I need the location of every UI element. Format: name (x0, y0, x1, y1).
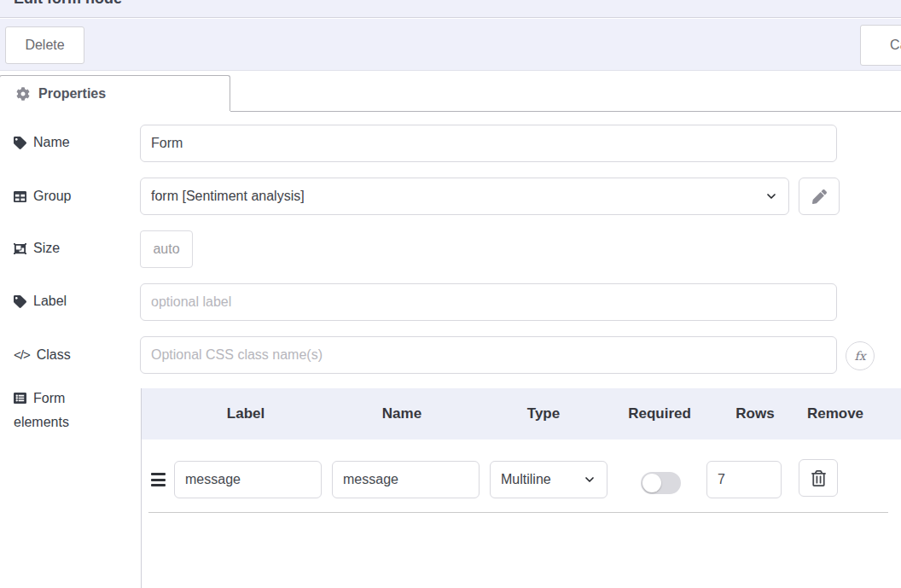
column-header-remove: Remove (807, 405, 863, 422)
pencil-icon (812, 189, 827, 204)
element-name-input[interactable] (332, 461, 480, 498)
delete-button[interactable]: Delete (5, 26, 84, 64)
label-field-label-text: Label (33, 293, 67, 310)
dialog-title: Edit form node (14, 0, 122, 8)
fx-button[interactable]: fx (846, 341, 875, 370)
drag-handle-icon[interactable] (151, 473, 166, 486)
tab-properties[interactable]: Properties (0, 75, 230, 111)
form-elements-label: Form elements (14, 387, 102, 434)
group-select[interactable]: form [Sentiment analysis] (140, 178, 789, 215)
size-field-label-text: Size (33, 240, 60, 257)
gear-icon (16, 87, 30, 101)
form-elements-table: Label Name Type Required Rows Remove Mul… (141, 388, 901, 588)
size-field-label: Size (14, 240, 60, 257)
element-rows-input[interactable] (706, 461, 782, 498)
name-input[interactable] (140, 125, 837, 162)
element-type-select-value: Multiline (501, 472, 551, 487)
element-label-input[interactable] (174, 461, 322, 498)
object-group-icon (14, 242, 26, 255)
name-field-label-text: Name (33, 134, 70, 151)
trash-icon (811, 470, 826, 486)
code-icon: </> (14, 346, 30, 364)
group-select-value: form [Sentiment analysis] (151, 189, 305, 204)
column-header-name: Name (382, 405, 421, 422)
group-field-label: Group (14, 188, 71, 205)
element-type-select[interactable]: Multiline (490, 461, 607, 498)
list-alt-icon (14, 392, 26, 405)
tag-icon (14, 137, 26, 149)
name-field-label: Name (14, 134, 70, 151)
table-icon (14, 190, 26, 203)
label-field-label: Label (14, 293, 67, 310)
class-input[interactable] (140, 336, 837, 374)
chevron-down-icon (583, 473, 596, 486)
dialog-toolbar: Delete Cancel (0, 19, 901, 71)
cancel-button[interactable]: Cancel (860, 25, 901, 66)
element-remove-button[interactable] (799, 459, 838, 497)
size-button[interactable]: auto (140, 230, 193, 268)
element-required-toggle[interactable] (641, 472, 681, 494)
class-field-label-text: Class (37, 346, 71, 364)
chevron-down-icon (764, 189, 778, 203)
label-input[interactable] (140, 283, 837, 321)
group-field-label-text: Group (33, 188, 71, 205)
column-header-rows: Rows (735, 405, 774, 422)
column-header-required: Required (628, 405, 691, 422)
dialog-header: Edit form node (0, 0, 901, 18)
toggle-knob (642, 474, 661, 492)
column-header-label: Label (227, 405, 264, 422)
column-header-type: Type (527, 405, 560, 422)
form-elements-table-header: Label Name Type Required Rows Remove (142, 388, 901, 440)
group-edit-button[interactable] (799, 178, 840, 215)
tag-icon (14, 295, 26, 308)
class-field-label: </> Class (14, 346, 71, 364)
tab-label: Properties (38, 86, 106, 102)
row-divider (148, 512, 888, 513)
tab-divider (230, 111, 901, 112)
